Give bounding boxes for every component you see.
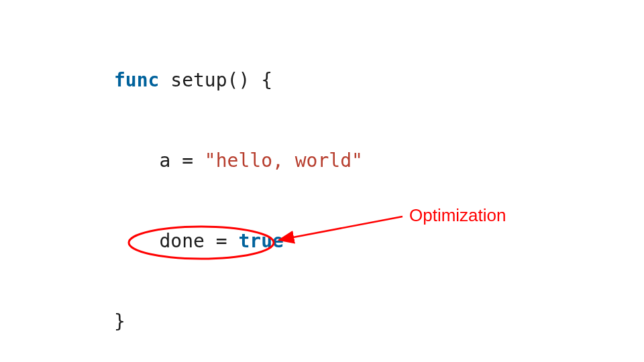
code-block: func setup() { a = "hello, world" done =… bbox=[114, 13, 363, 362]
code-line-1: func setup() { bbox=[114, 67, 363, 94]
ln2-str: "hello, world" bbox=[205, 149, 363, 172]
slide-area: func setup() { a = "hello, world" done =… bbox=[0, 0, 644, 362]
kw-true: true bbox=[238, 230, 283, 252]
code-line-2: a = "hello, world" bbox=[114, 147, 363, 174]
annotation-label: Optimization bbox=[409, 205, 506, 226]
kw-func-1: func bbox=[114, 69, 159, 91]
ln3-pre: done = bbox=[114, 230, 238, 252]
code-line-3: done = true bbox=[114, 228, 363, 255]
ln2-pre: a = bbox=[114, 149, 205, 172]
ln1-rest: setup() { bbox=[159, 69, 272, 91]
code-line-4: } bbox=[114, 308, 363, 335]
